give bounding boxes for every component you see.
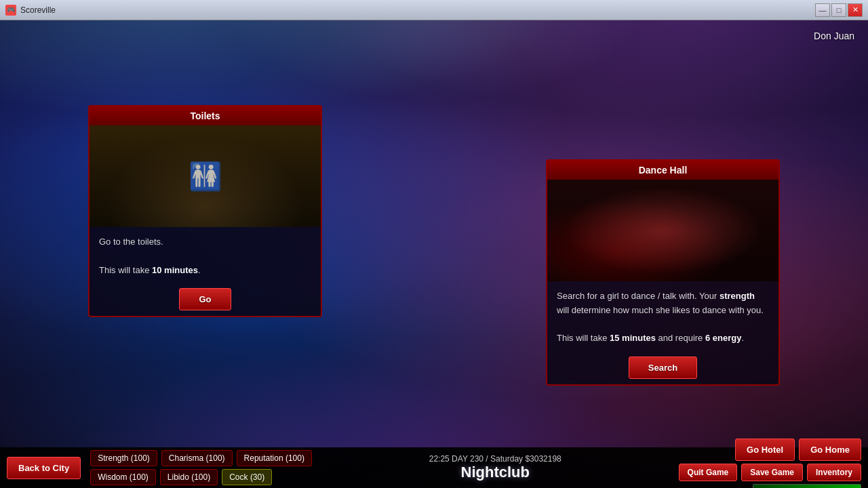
dance-hall-description: Search for a girl to dance / talk with. … [557, 289, 769, 318]
right-btn-row-1: Go Hotel Go Home [735, 439, 861, 461]
libido-stat: Libido (100) [160, 469, 218, 485]
toilets-time-value: 10 minutes [152, 265, 198, 275]
toilets-card-header: Toilets [90, 106, 321, 125]
dance-time-mid: and require [656, 333, 705, 343]
app-icon: 🎮 [5, 5, 16, 16]
toilets-go-button[interactable]: Go [179, 288, 231, 310]
stats-container: Strength (100) Charisma (100) Reputation… [90, 450, 312, 485]
dance-hall-body: Search for a girl to dance / talk with. … [547, 281, 778, 354]
toilets-description: Go to the toilets. [99, 235, 311, 249]
location-name: Nightclub [316, 464, 675, 481]
strength-stat: Strength (100) [90, 450, 157, 466]
energy-bar: Energy (100) [753, 484, 861, 489]
toilets-time-suffix: . [198, 265, 201, 275]
dance-hall-card: Dance Hall Search for a girl to dance / … [546, 159, 780, 386]
window-title: Scoreville [20, 5, 815, 15]
toilets-body: Go to the toilets. This will take 10 min… [90, 227, 321, 285]
dance-desc-part2: will determine how much she likes to dan… [557, 305, 764, 315]
charisma-stat: Charisma (100) [161, 450, 233, 466]
toilets-footer: Go [90, 283, 321, 316]
dance-time-suffix: . [741, 333, 744, 343]
game-time: 22:25 DAY 230 / Saturday $3032198 [316, 454, 675, 464]
toilets-time-info: This will take 10 minutes. [99, 264, 311, 278]
dance-hall-search-button[interactable]: Search [629, 357, 697, 379]
window-controls: — □ ✕ [815, 3, 863, 17]
toilets-image: 🚻 [90, 125, 321, 227]
center-info: 22:25 DAY 230 / Saturday $3032198 Nightc… [316, 454, 675, 481]
save-game-button[interactable]: Save Game [741, 464, 803, 481]
toilets-card: Toilets 🚻 Go to the toilets. This will t… [88, 105, 322, 317]
titlebar: 🎮 Scoreville — □ ✕ [0, 0, 868, 20]
dance-energy-value: 6 energy [705, 333, 741, 343]
toilets-visual: 🚻 [90, 125, 321, 227]
dance-hall-visual [547, 180, 778, 281]
dance-strength-word: strength [719, 291, 755, 301]
right-buttons: Go Hotel Go Home Quit Game Save Game Inv… [679, 439, 861, 489]
inventory-button[interactable]: Inventory [807, 464, 861, 481]
quit-game-button[interactable]: Quit Game [679, 464, 738, 481]
dance-desc-part1: Search for a girl to dance / talk with. … [557, 291, 719, 301]
go-hotel-button[interactable]: Go Hotel [735, 439, 795, 461]
dance-hall-image [547, 180, 778, 281]
close-button[interactable]: ✕ [848, 3, 863, 17]
dance-time-prefix: This will take [557, 333, 610, 343]
bottom-bar: Back to City Strength (100) Charisma (10… [0, 447, 868, 488]
dance-hall-header: Dance Hall [547, 161, 778, 180]
cock-stat: Cock (30) [222, 469, 272, 485]
maximize-button[interactable]: □ [831, 3, 846, 17]
dance-hall-footer: Search [547, 351, 778, 384]
toilets-title: Toilets [190, 110, 220, 121]
dance-time-value: 15 minutes [610, 333, 656, 343]
reputation-stat: Reputation (100) [237, 450, 312, 466]
wisdom-stat: Wisdom (100) [90, 469, 156, 485]
dance-hall-time-info: This will take 15 minutes and require 6 … [557, 331, 769, 346]
right-btn-row-2: Quit Game Save Game Inventory [679, 464, 861, 481]
toilets-time-prefix: This will take [99, 265, 152, 275]
dance-hall-title: Dance Hall [639, 165, 688, 176]
player-name: Don Juan [814, 30, 854, 41]
back-to-city-button[interactable]: Back to City [7, 457, 81, 479]
minimize-button[interactable]: — [815, 3, 830, 17]
go-home-button[interactable]: Go Home [799, 439, 861, 461]
